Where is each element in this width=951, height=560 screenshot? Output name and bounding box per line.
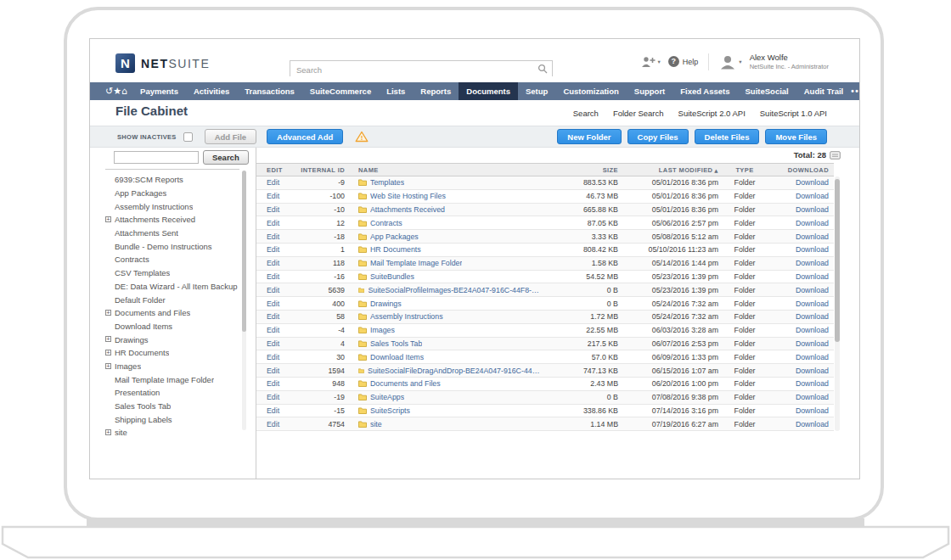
download-link[interactable]: Download (796, 219, 829, 227)
edit-link[interactable]: Edit (267, 379, 279, 388)
edit-link[interactable]: Edit (267, 339, 279, 348)
expand-plus-icon[interactable]: + (105, 336, 111, 342)
download-link[interactable]: Download (796, 353, 829, 361)
folder-name-link[interactable]: HR Documents (370, 245, 421, 254)
folder-name-link[interactable]: Download Items (370, 353, 424, 361)
sidebar-scrollbar[interactable] (242, 171, 246, 430)
nav-item[interactable]: Customization (555, 82, 626, 100)
download-link[interactable]: Download (796, 286, 829, 294)
toolbar-action-button[interactable]: Copy Files (627, 129, 689, 144)
download-link[interactable]: Download (796, 272, 829, 281)
nav-item[interactable]: Documents (459, 82, 518, 100)
folder-name-link[interactable]: SuiteBundles (370, 272, 414, 281)
edit-link[interactable]: Edit (267, 353, 279, 361)
edit-link[interactable]: Edit (267, 393, 279, 401)
edit-link[interactable]: Edit (267, 300, 279, 308)
col-size[interactable]: SIZE (543, 166, 618, 174)
search-icon[interactable] (537, 64, 548, 74)
sidebar-scrollbar-thumb[interactable] (242, 171, 246, 332)
download-link[interactable]: Download (796, 205, 829, 214)
folder-name-link[interactable]: Mail Template Image Folder (370, 259, 462, 267)
edit-link[interactable]: Edit (267, 178, 279, 187)
nav-more-button[interactable]: ••• (851, 87, 860, 96)
expand-plus-icon[interactable]: + (105, 363, 111, 369)
folder-name-link[interactable]: Drawings (370, 300, 402, 308)
folder-name-link[interactable]: SuiteSocialProfileImages-BE24A047-916C-4… (368, 286, 543, 294)
download-link[interactable]: Download (796, 393, 829, 401)
nav-item[interactable]: SuiteSocial (738, 82, 796, 100)
download-link[interactable]: Download (796, 379, 829, 388)
edit-link[interactable]: Edit (267, 245, 279, 254)
nav-item[interactable]: Payments (132, 82, 186, 100)
edit-link[interactable]: Edit (267, 420, 279, 428)
folder-tree-item[interactable]: + Attachments Sent (105, 227, 239, 240)
folder-tree-item[interactable]: + Assembly Instructions (105, 199, 239, 213)
folder-name-link[interactable]: Templates (370, 178, 404, 187)
export-list-icon[interactable] (830, 151, 841, 160)
folder-tree-item[interactable]: + Documents and Files (105, 306, 239, 320)
download-link[interactable]: Download (796, 367, 829, 375)
folder-name-link[interactable]: Attachments Received (370, 205, 445, 214)
nav-item[interactable]: Setup (518, 82, 555, 100)
edit-link[interactable]: Edit (267, 312, 279, 321)
nav-item[interactable]: Audit Trail (796, 82, 851, 100)
expand-plus-icon[interactable]: + (105, 216, 111, 222)
folder-name-link[interactable]: SuiteScripts (370, 406, 410, 415)
download-link[interactable]: Download (796, 420, 829, 428)
edit-link[interactable]: Edit (267, 406, 279, 415)
download-link[interactable]: Download (796, 312, 829, 321)
quick-link[interactable]: Search (573, 109, 599, 118)
folder-tree-item[interactable]: + Bundle - Demo Instructions (105, 239, 239, 253)
folder-tree-item[interactable]: + App Packages (105, 187, 239, 200)
folder-tree-item[interactable]: + Default Folder (105, 293, 239, 306)
folder-tree-item[interactable]: + HR Documents (105, 346, 239, 360)
folder-tree-item[interactable]: + 6939:SCM Reports (105, 173, 239, 187)
show-inactives-checkbox[interactable] (183, 132, 193, 142)
help-button[interactable]: ? Help (668, 56, 699, 67)
download-link[interactable]: Download (796, 178, 829, 187)
folder-name-link[interactable]: SuiteApps (370, 393, 404, 401)
table-scrollbar-thumb[interactable] (835, 179, 840, 342)
toolbar-action-button[interactable]: Delete Files (695, 129, 760, 144)
nav-item[interactable]: Support (627, 82, 672, 100)
folder-name-link[interactable]: Sales Tools Tab (370, 339, 422, 348)
folder-name-link[interactable]: Documents and Files (370, 379, 441, 388)
edit-link[interactable]: Edit (267, 219, 279, 227)
folder-name-link[interactable]: App Packages (370, 232, 419, 241)
folder-tree-item[interactable]: + Attachments Received (105, 213, 239, 227)
folder-tree-item[interactable]: + Mail Template Image Folder (105, 372, 239, 386)
folder-name-link[interactable]: SuiteSocialFileDragAndDrop-BE24A047-916C… (368, 367, 543, 375)
folder-name-link[interactable]: Assembly Instructions (370, 312, 443, 321)
global-search-input[interactable] (290, 63, 552, 77)
user-menu[interactable]: ▾ (719, 54, 741, 70)
folder-tree-item[interactable]: + Contracts (105, 253, 239, 266)
nav-item[interactable]: Activities (186, 82, 237, 100)
download-link[interactable]: Download (796, 406, 829, 415)
edit-link[interactable]: Edit (267, 192, 279, 200)
quick-add-icon[interactable]: ▾ (641, 56, 661, 68)
col-last-modified[interactable]: LAST MODIFIED▲ (618, 166, 718, 174)
expand-plus-icon[interactable]: + (105, 429, 111, 435)
edit-link[interactable]: Edit (267, 205, 279, 214)
download-link[interactable]: Download (796, 339, 829, 348)
recent-records-icon[interactable]: ↺ (105, 82, 113, 100)
shortcuts-star-icon[interactable]: ★ (113, 82, 121, 100)
download-link[interactable]: Download (796, 259, 829, 267)
edit-link[interactable]: Edit (267, 232, 279, 241)
table-scrollbar[interactable] (835, 176, 840, 431)
expand-plus-icon[interactable]: + (105, 310, 111, 316)
folder-tree-item[interactable]: + Images (105, 360, 239, 373)
download-link[interactable]: Download (796, 192, 829, 200)
folder-tree-item[interactable]: + DE: Data Wizard - All Item Backup (105, 280, 239, 294)
folder-tree-item[interactable]: + Drawings (105, 333, 239, 346)
toolbar-action-button[interactable]: New Folder (557, 129, 621, 144)
folder-tree-item[interactable]: + Presentation (105, 386, 239, 400)
edit-link[interactable]: Edit (267, 286, 279, 294)
download-link[interactable]: Download (796, 326, 829, 334)
edit-link[interactable]: Edit (267, 259, 279, 267)
nav-item[interactable]: Transactions (237, 82, 302, 100)
toolbar-action-button[interactable]: Move Files (765, 129, 827, 144)
col-type[interactable]: TYPE (718, 166, 771, 174)
download-link[interactable]: Download (796, 300, 829, 308)
edit-link[interactable]: Edit (267, 272, 279, 281)
